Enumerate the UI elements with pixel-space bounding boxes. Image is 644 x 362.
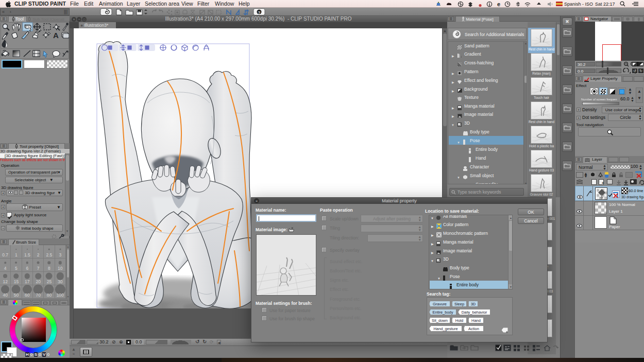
svg-text:A: A [53,31,59,40]
svg-text:?: ? [258,10,261,15]
svg-text:e: e [497,1,500,7]
